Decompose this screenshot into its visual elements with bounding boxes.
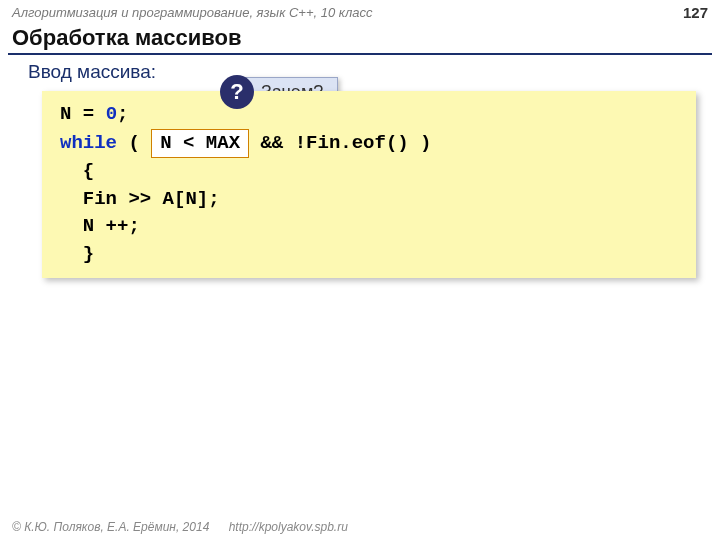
code-line: } bbox=[60, 241, 678, 269]
code-keyword: while bbox=[60, 132, 117, 154]
breadcrumb: Алгоритмизация и программирование, язык … bbox=[12, 5, 372, 20]
code-line: N ++; bbox=[60, 213, 678, 241]
code-text: && !Fin.eof() ) bbox=[249, 132, 431, 154]
code-line: Fin >> A[N]; bbox=[60, 186, 678, 214]
footer: © К.Ю. Поляков, Е.А. Ерёмин, 2014 http:/… bbox=[12, 520, 348, 534]
code-number: 0 bbox=[106, 103, 117, 125]
page-title: Обработка массивов bbox=[0, 21, 720, 53]
code-text: = bbox=[71, 103, 105, 125]
highlight-condition: N < MAX bbox=[151, 129, 249, 159]
code-line: N = 0; bbox=[60, 101, 678, 129]
code-text: ( bbox=[117, 132, 151, 154]
copyright: © К.Ю. Поляков, Е.А. Ерёмин, 2014 bbox=[12, 520, 209, 534]
code-text: N bbox=[60, 103, 71, 125]
footer-url: http://kpolyakov.spb.ru bbox=[229, 520, 348, 534]
subtitle: Ввод массива: bbox=[0, 55, 720, 87]
page-number: 127 bbox=[683, 4, 708, 21]
header: Алгоритмизация и программирование, язык … bbox=[0, 0, 720, 21]
question-icon: ? bbox=[220, 75, 254, 109]
code-line: { bbox=[60, 158, 678, 186]
code-block: N = 0; while ( N < MAX && !Fin.eof() ) {… bbox=[42, 91, 696, 278]
code-line: while ( N < MAX && !Fin.eof() ) bbox=[60, 129, 678, 159]
code-text: ; bbox=[117, 103, 128, 125]
